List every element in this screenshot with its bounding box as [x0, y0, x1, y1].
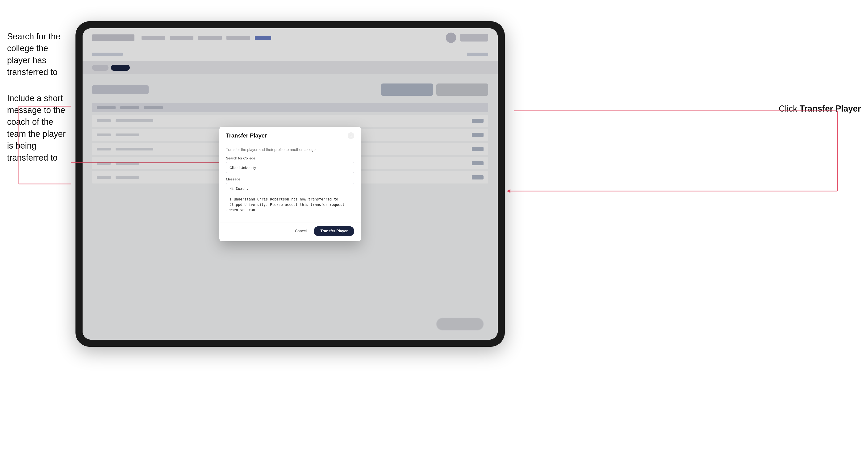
annotation-click-text: Click: [779, 104, 797, 114]
transfer-player-button[interactable]: Transfer Player: [314, 226, 354, 236]
modal-header: Transfer Player ×: [219, 127, 361, 143]
message-group: Message: [226, 177, 354, 212]
ipad-screen: Transfer Player × Transfer the player an…: [83, 28, 498, 340]
cancel-button[interactable]: Cancel: [291, 227, 311, 236]
message-textarea[interactable]: [226, 183, 354, 211]
svg-marker-10: [507, 189, 510, 193]
modal-body: Transfer the player and their profile to…: [219, 143, 361, 222]
search-college-input[interactable]: [226, 162, 354, 173]
annotation-left: Search for the college the player has tr…: [7, 31, 73, 178]
annotation-right: Click Transfer Player: [779, 104, 861, 114]
close-icon: ×: [350, 133, 352, 138]
annotation-transfer-text: Transfer Player: [800, 104, 861, 114]
annotation-message-text: Include a short message to the coach of …: [7, 92, 73, 164]
modal-footer: Cancel Transfer Player: [219, 222, 361, 241]
search-college-label: Search for College: [226, 156, 354, 160]
modal-subtitle: Transfer the player and their profile to…: [226, 148, 354, 152]
modal-title: Transfer Player: [226, 132, 267, 139]
transfer-player-modal: Transfer Player × Transfer the player an…: [219, 127, 361, 241]
annotation-search-text: Search for the college the player has tr…: [7, 31, 73, 78]
message-label: Message: [226, 177, 354, 181]
modal-close-button[interactable]: ×: [348, 132, 354, 139]
ipad-device: Transfer Player × Transfer the player an…: [75, 21, 505, 347]
modal-overlay: Transfer Player × Transfer the player an…: [83, 28, 498, 340]
search-college-group: Search for College: [226, 156, 354, 173]
